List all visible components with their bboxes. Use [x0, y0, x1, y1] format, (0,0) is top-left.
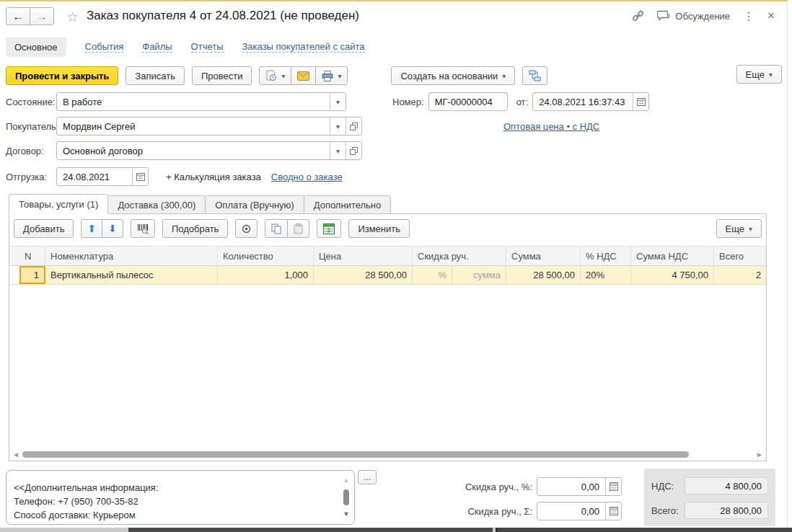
table-row[interactable]: 1 Вертикальный пылесос 1,000 28 500,00 %…	[9, 266, 766, 285]
col-header-n[interactable]: N	[19, 247, 45, 265]
tab-goods-services[interactable]: Товары, услуги (1)	[9, 194, 108, 214]
open-item-icon[interactable]	[346, 118, 361, 135]
move-up-button[interactable]: ⬆	[81, 219, 102, 238]
additional-info-textarea[interactable]: <<Дополнительная информация: Телефон: +7…	[6, 470, 355, 525]
shipment-date-input[interactable]: 24.08.2021	[56, 167, 149, 186]
order-summary-link[interactable]: Сводно о заказе	[271, 172, 343, 182]
more-button-top[interactable]: Еще ▾	[736, 65, 782, 84]
cell-qty[interactable]: 1,000	[218, 266, 314, 284]
copy-button[interactable]	[265, 219, 288, 238]
more-menu-icon[interactable]: ⋮	[743, 9, 754, 23]
edit-row-button[interactable]: Изменить	[348, 219, 410, 238]
info-expand-button[interactable]: ...	[358, 470, 377, 484]
price-type-link[interactable]: Оптовая цена • с НДС	[503, 121, 599, 132]
scroll-left-icon[interactable]: ◄	[11, 451, 21, 458]
discussion-button[interactable]: Обсуждение	[657, 10, 730, 22]
nav-item-events[interactable]: События	[85, 41, 124, 53]
cell-sum[interactable]: 28 500,00	[506, 266, 581, 284]
email-button[interactable]	[291, 66, 316, 85]
cell-n[interactable]: 1	[19, 266, 45, 284]
caret-down-icon: ▾	[749, 225, 752, 233]
nav-item-main[interactable]: Основное	[6, 37, 66, 57]
nav-item-files[interactable]: Файлы	[142, 41, 172, 53]
items-panel: Добавить ⬆ ⬇ Подобрать	[9, 213, 767, 461]
scroll-right-icon[interactable]: ►	[754, 451, 765, 458]
page-title: Заказ покупателя 4 от 24.08.2021 (не про…	[87, 9, 359, 23]
cell-discount-pct[interactable]: %	[413, 266, 452, 284]
col-header-vat-pct[interactable]: % НДС	[581, 247, 631, 265]
dropdown-arrow-icon[interactable]: ▾	[330, 118, 346, 135]
structure-icon	[529, 70, 541, 81]
calculator-icon[interactable]	[605, 502, 621, 520]
scroll-up-icon[interactable]: ▲	[343, 474, 350, 487]
envelope-icon	[297, 71, 309, 81]
barcode-scan-button[interactable]	[131, 219, 155, 238]
tab-additional[interactable]: Дополнительно	[304, 195, 392, 214]
footer-area: <<Дополнительная информация: Телефон: +7…	[0, 466, 788, 528]
state-combobox[interactable]: В работе ▾	[56, 92, 346, 111]
info-line: <<Дополнительная информация:	[14, 481, 340, 495]
dropdown-arrow-icon[interactable]: ▾	[330, 142, 346, 159]
link-icon[interactable]	[632, 10, 644, 22]
scroll-down-icon[interactable]: ▼	[343, 507, 350, 521]
dropdown-arrow-icon[interactable]: ▾	[330, 93, 346, 110]
close-icon[interactable]: ×	[767, 9, 775, 23]
paste-button[interactable]	[287, 219, 309, 238]
date-input[interactable]: 24.08.2021 16:37:43	[532, 92, 649, 111]
scrollbar-thumb[interactable]	[22, 451, 689, 458]
move-down-button[interactable]: ⬇	[102, 219, 123, 238]
favorite-star-icon[interactable]: ☆	[66, 9, 79, 25]
calculator-icon[interactable]	[605, 478, 621, 495]
row-gutter	[9, 247, 19, 265]
add-row-button[interactable]: Добавить	[14, 219, 74, 238]
cell-vat-pct[interactable]: 20%	[581, 266, 631, 284]
save-button[interactable]: Записать	[126, 66, 185, 85]
forward-button[interactable]: →	[30, 7, 54, 25]
tab-delivery[interactable]: Доставка (300,00)	[107, 195, 206, 214]
calculation-text[interactable]: + Калькуляция заказа	[166, 172, 261, 182]
view-button[interactable]	[235, 219, 258, 238]
customer-combobox[interactable]: Мордвин Сергей ▾	[56, 117, 362, 136]
create-based-on-button[interactable]: Создать на основании ▾	[391, 66, 515, 85]
pick-items-button[interactable]: Подобрать	[162, 219, 228, 238]
discount-sum-input[interactable]: 0,00	[537, 502, 622, 520]
number-input[interactable]: МГ-00000004	[428, 92, 508, 111]
tab-payment[interactable]: Оплата (Вручную)	[205, 195, 304, 214]
col-header-vat-sum[interactable]: Сумма НДС	[631, 247, 714, 265]
calendar-icon[interactable]	[633, 93, 648, 110]
nav-item-reports[interactable]: Отчеты	[191, 41, 224, 53]
calendar-icon[interactable]	[132, 168, 148, 185]
nav-item-site-orders[interactable]: Заказы покупателей с сайта	[242, 41, 365, 53]
postpone-button[interactable]: ▾	[259, 66, 291, 85]
cell-nomenclature[interactable]: Вертикальный пылесос	[45, 266, 218, 284]
cell-discount-sum[interactable]: сумма	[452, 266, 506, 284]
horizontal-scrollbar[interactable]: ◄ ►	[11, 450, 765, 459]
cell-price[interactable]: 28 500,00	[314, 266, 413, 284]
discount-pct-value: 0,00	[537, 478, 605, 495]
arrow-up-icon: ⬆	[87, 223, 96, 234]
cell-total[interactable]: 2	[714, 266, 766, 284]
discount-sum-value: 0,00	[537, 502, 605, 520]
more-label: Еще	[746, 69, 765, 80]
col-header-sum[interactable]: Сумма	[506, 247, 581, 265]
print-button[interactable]: ▾	[315, 66, 348, 85]
scrollbar-thumb[interactable]	[343, 489, 349, 505]
open-item-icon[interactable]	[346, 142, 361, 159]
cell-vat-sum[interactable]: 4 750,00	[631, 266, 714, 284]
related-documents-button[interactable]	[522, 66, 547, 85]
title-bar: ← → ☆ Заказ покупателя 4 от 24.08.2021 (…	[0, 3, 788, 32]
col-header-qty[interactable]: Количество	[218, 247, 314, 265]
more-button-table[interactable]: Еще ▾	[716, 219, 762, 238]
discount-pct-input[interactable]: 0,00	[537, 477, 622, 496]
col-header-discount[interactable]: Скидка руч.	[413, 247, 506, 265]
col-header-total[interactable]: Всего	[714, 247, 766, 265]
totals-settings-button[interactable]	[317, 219, 341, 238]
post-button[interactable]: Провести	[192, 66, 252, 85]
table-grid-icon	[323, 223, 335, 234]
contract-combobox[interactable]: Основной договор ▾	[56, 141, 362, 160]
col-header-nomenclature[interactable]: Номенклатура	[45, 247, 218, 265]
vertical-scrollbar[interactable]: ▲ ▼	[342, 474, 351, 521]
back-button[interactable]: ←	[6, 7, 30, 25]
post-and-close-button[interactable]: Провести и закрыть	[6, 66, 118, 85]
col-header-price[interactable]: Цена	[314, 247, 413, 265]
